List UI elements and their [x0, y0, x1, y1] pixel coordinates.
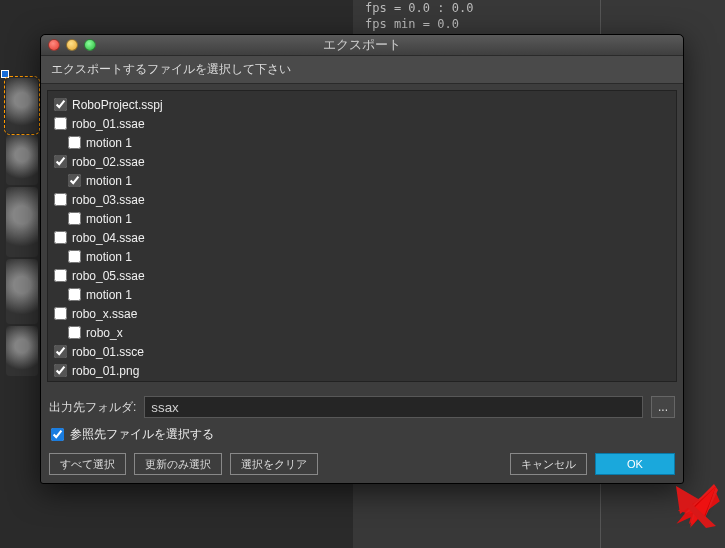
file-row[interactable]: motion 1 [52, 133, 672, 152]
dialog-instruction: エクスポートするファイルを選択して下さい [41, 56, 683, 84]
file-checkbox[interactable] [68, 250, 81, 263]
output-folder-row: 出力先フォルダ: ... [49, 396, 675, 418]
file-checkbox[interactable] [54, 364, 67, 377]
zoom-icon[interactable] [84, 39, 96, 51]
browse-button[interactable]: ... [651, 396, 675, 418]
thumbnail[interactable] [6, 135, 38, 185]
file-label: robo_04.ssae [72, 231, 145, 245]
fps-line-1: fps = 0.0 : 0.0 [365, 0, 473, 16]
file-checkbox[interactable] [54, 269, 67, 282]
file-checkbox[interactable] [54, 231, 67, 244]
file-checkbox[interactable] [54, 117, 67, 130]
file-checkbox[interactable] [68, 212, 81, 225]
thumbnail[interactable] [6, 326, 38, 376]
file-label: robo_02.ssae [72, 155, 145, 169]
file-row[interactable]: robo_02.ssae [52, 152, 672, 171]
file-row[interactable]: motion 1 [52, 285, 672, 304]
select-updated-button[interactable]: 更新のみ選択 [134, 453, 222, 475]
thumbnail[interactable] [6, 259, 38, 324]
file-checkbox[interactable] [54, 193, 67, 206]
dialog-title: エクスポート [41, 36, 683, 54]
ellipsis-icon: ... [658, 400, 668, 414]
thumbnail[interactable] [6, 187, 38, 257]
left-button-group: すべて選択 更新のみ選択 選択をクリア [49, 453, 318, 475]
file-label: robo_x [86, 326, 123, 340]
file-row[interactable]: motion 1 [52, 209, 672, 228]
file-row[interactable]: robo_03.ssae [52, 190, 672, 209]
file-label: robo_01.ssae [72, 117, 145, 131]
file-row[interactable]: robo_05.ssae [52, 266, 672, 285]
file-label: RoboProject.sspj [72, 98, 163, 112]
file-label: motion 1 [86, 212, 132, 226]
reference-files-checkbox[interactable] [51, 428, 64, 441]
file-label: robo_03.ssae [72, 193, 145, 207]
file-label: robo_x.ssae [72, 307, 137, 321]
output-folder-input[interactable] [144, 396, 643, 418]
file-row[interactable]: motion 1 [52, 247, 672, 266]
file-label: motion 1 [86, 174, 132, 188]
cancel-button[interactable]: キャンセル [510, 453, 587, 475]
output-folder-label: 出力先フォルダ: [49, 399, 136, 416]
file-row[interactable]: robo_04.ssae [52, 228, 672, 247]
fps-readout: fps = 0.0 : 0.0 fps min = 0.0 [365, 0, 473, 32]
file-label: robo_05.ssae [72, 269, 145, 283]
ok-button[interactable]: OK [595, 453, 675, 475]
minimize-icon[interactable] [66, 39, 78, 51]
file-row[interactable]: motion 1 [52, 171, 672, 190]
dialog-buttonbar: すべて選択 更新のみ選択 選択をクリア キャンセル OK [49, 453, 675, 475]
file-label: motion 1 [86, 136, 132, 150]
clear-selection-button[interactable]: 選択をクリア [230, 453, 318, 475]
file-checkbox[interactable] [68, 326, 81, 339]
file-checkbox[interactable] [54, 345, 67, 358]
file-checkbox[interactable] [54, 98, 67, 111]
export-dialog: エクスポート エクスポートするファイルを選択して下さい RoboProject.… [40, 34, 684, 484]
file-row[interactable]: RoboProject.sspj [52, 95, 672, 114]
close-icon[interactable] [48, 39, 60, 51]
file-checkbox[interactable] [54, 155, 67, 168]
file-list[interactable]: RoboProject.sspjrobo_01.ssaemotion 1robo… [47, 90, 677, 382]
file-checkbox[interactable] [68, 136, 81, 149]
file-row[interactable]: robo_x.ssae [52, 304, 672, 323]
file-label: robo_01.png [72, 364, 139, 378]
file-label: robo_01.ssce [72, 345, 144, 359]
reference-files-label[interactable]: 参照先ファイルを選択する [70, 426, 214, 443]
file-row[interactable]: robo_01.ssce [52, 342, 672, 361]
file-label: motion 1 [86, 250, 132, 264]
file-label: motion 1 [86, 288, 132, 302]
reference-files-row: 参照先ファイルを選択する [51, 426, 675, 443]
file-row[interactable]: robo_x [52, 323, 672, 342]
thumbnail[interactable] [6, 78, 38, 133]
file-row[interactable]: robo_01.png [52, 361, 672, 380]
fps-line-2: fps min = 0.0 [365, 16, 473, 32]
dialog-titlebar[interactable]: エクスポート [41, 35, 683, 56]
file-checkbox[interactable] [54, 307, 67, 320]
file-row[interactable]: robo_01.ssae [52, 114, 672, 133]
thumbnail-strip [6, 78, 42, 376]
selection-handle[interactable] [1, 70, 9, 78]
select-all-button[interactable]: すべて選択 [49, 453, 126, 475]
window-controls [48, 39, 96, 51]
right-button-group: キャンセル OK [510, 453, 675, 475]
file-checkbox[interactable] [68, 288, 81, 301]
file-checkbox[interactable] [68, 174, 81, 187]
